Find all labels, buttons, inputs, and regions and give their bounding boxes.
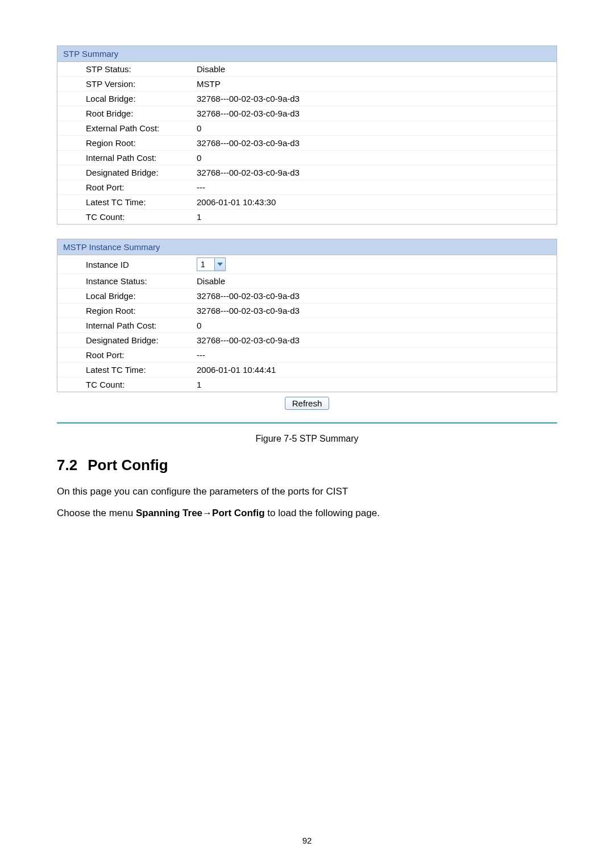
mstp-row: TC Count: 1: [57, 377, 557, 392]
label-local-bridge: Local Bridge:: [86, 94, 197, 103]
stp-row: Root Bridge: 32768---00-02-03-c0-9a-d3: [57, 106, 557, 121]
label-instance-id: Instance ID: [86, 260, 197, 269]
instance-id-select-value: 1: [197, 260, 214, 269]
value-instance-id: 1: [197, 258, 557, 271]
paragraph-2: Choose the menu Spanning Tree→Port Confi…: [57, 506, 557, 521]
mstp-summary-header: MSTP Instance Summary: [57, 239, 557, 255]
value-stp-version: MSTP: [197, 79, 557, 89]
mstp-row: Designated Bridge: 32768---00-02-03-c0-9…: [57, 333, 557, 348]
refresh-button[interactable]: Refresh: [285, 397, 330, 410]
label-m-latest-tc-time: Latest TC Time:: [86, 365, 197, 375]
stp-row: Local Bridge: 32768---00-02-03-c0-9a-d3: [57, 92, 557, 106]
mstp-row: Instance Status: Disable: [57, 274, 557, 289]
value-m-region-root: 32768---00-02-03-c0-9a-d3: [197, 306, 557, 315]
stp-row: Region Root: 32768---00-02-03-c0-9a-d3: [57, 136, 557, 151]
value-ext-path-cost: 0: [197, 123, 557, 133]
section-heading: 7.2Port Config: [57, 456, 557, 474]
value-instance-status: Disable: [197, 276, 557, 286]
page-number: 92: [0, 836, 614, 845]
section-number: 7.2: [57, 456, 77, 474]
para2-menu-path: Spanning Tree→Port Config: [136, 508, 265, 518]
label-stp-version: STP Version:: [86, 79, 197, 89]
stp-summary-panel: STP Summary STP Status: Disable STP Vers…: [57, 45, 557, 225]
value-m-local-bridge: 32768---00-02-03-c0-9a-d3: [197, 291, 557, 301]
label-instance-status: Instance Status:: [86, 276, 197, 286]
stp-row: STP Status: Disable: [57, 62, 557, 77]
divider: [57, 422, 557, 423]
section-title: Port Config: [88, 456, 168, 474]
stp-row: External Path Cost: 0: [57, 121, 557, 136]
value-stp-status: Disable: [197, 64, 557, 74]
value-m-tc-count: 1: [197, 380, 557, 389]
label-m-region-root: Region Root:: [86, 306, 197, 315]
label-root-port: Root Port:: [86, 182, 197, 192]
value-latest-tc-time: 2006-01-01 10:43:30: [197, 197, 557, 207]
value-int-path-cost: 0: [197, 153, 557, 163]
stp-row: STP Version: MSTP: [57, 77, 557, 92]
label-tc-count: TC Count:: [86, 212, 197, 222]
value-tc-count: 1: [197, 212, 557, 222]
figure-caption: Figure 7-5 STP Summary: [57, 434, 557, 444]
label-stp-status: STP Status:: [86, 64, 197, 74]
paragraph-1: On this page you can configure the param…: [57, 484, 557, 499]
value-local-bridge: 32768---00-02-03-c0-9a-d3: [197, 94, 557, 103]
button-row: Refresh: [57, 392, 557, 417]
value-m-root-port: ---: [197, 350, 557, 360]
label-latest-tc-time: Latest TC Time:: [86, 197, 197, 207]
chevron-down-icon[interactable]: [214, 258, 225, 271]
label-designated-bridge: Designated Bridge:: [86, 168, 197, 177]
mstp-row: Region Root: 32768---00-02-03-c0-9a-d3: [57, 304, 557, 318]
instance-id-select[interactable]: 1: [197, 258, 226, 271]
label-m-tc-count: TC Count:: [86, 380, 197, 389]
value-m-latest-tc-time: 2006-01-01 10:44:41: [197, 365, 557, 375]
mstp-summary-panel: MSTP Instance Summary Instance ID 1 Inst…: [57, 239, 557, 392]
para2-suffix: to load the following page.: [265, 508, 380, 518]
value-root-bridge: 32768---00-02-03-c0-9a-d3: [197, 109, 557, 118]
mstp-row: Root Port: ---: [57, 348, 557, 363]
stp-row: Root Port: ---: [57, 180, 557, 195]
mstp-row-instance-id: Instance ID 1: [57, 255, 557, 274]
label-ext-path-cost: External Path Cost:: [86, 123, 197, 133]
stp-row: TC Count: 1: [57, 210, 557, 224]
value-region-root: 32768---00-02-03-c0-9a-d3: [197, 138, 557, 148]
para2-prefix: Choose the menu: [57, 508, 136, 518]
value-m-int-path-cost: 0: [197, 321, 557, 330]
label-m-int-path-cost: Internal Path Cost:: [86, 321, 197, 330]
label-m-root-port: Root Port:: [86, 350, 197, 360]
stp-row: Designated Bridge: 32768---00-02-03-c0-9…: [57, 165, 557, 180]
mstp-row: Local Bridge: 32768---00-02-03-c0-9a-d3: [57, 289, 557, 304]
label-root-bridge: Root Bridge:: [86, 109, 197, 118]
label-m-local-bridge: Local Bridge:: [86, 291, 197, 301]
mstp-row: Latest TC Time: 2006-01-01 10:44:41: [57, 363, 557, 377]
label-m-designated-bridge: Designated Bridge:: [86, 335, 197, 345]
value-m-designated-bridge: 32768---00-02-03-c0-9a-d3: [197, 335, 557, 345]
value-root-port: ---: [197, 182, 557, 192]
value-designated-bridge: 32768---00-02-03-c0-9a-d3: [197, 168, 557, 177]
stp-row: Internal Path Cost: 0: [57, 151, 557, 165]
mstp-row: Internal Path Cost: 0: [57, 318, 557, 333]
label-int-path-cost: Internal Path Cost:: [86, 153, 197, 163]
stp-summary-header: STP Summary: [57, 46, 557, 62]
label-region-root: Region Root:: [86, 138, 197, 148]
stp-row: Latest TC Time: 2006-01-01 10:43:30: [57, 195, 557, 210]
